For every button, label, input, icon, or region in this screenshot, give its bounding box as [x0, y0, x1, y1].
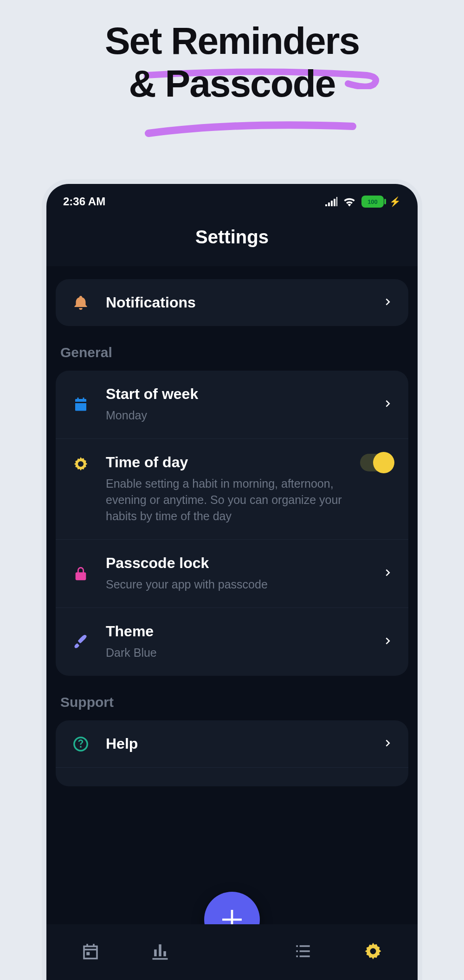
- gear-icon: [71, 456, 91, 472]
- passcode-row[interactable]: Passcode lock Secure your app with passc…: [56, 540, 408, 608]
- theme-value: Dark Blue: [106, 645, 368, 661]
- promo-heading: Set Reminders & Passcode: [0, 0, 464, 105]
- notifications-card: Notifications: [56, 279, 408, 326]
- help-icon: [71, 736, 91, 752]
- start-of-week-row[interactable]: Start of week Monday: [56, 371, 408, 439]
- start-of-week-value: Monday: [106, 407, 368, 424]
- signal-icon: [325, 197, 337, 206]
- svg-rect-1: [86, 952, 90, 955]
- bell-icon: [71, 294, 91, 311]
- theme-row[interactable]: Theme Dark Blue: [56, 608, 408, 676]
- start-of-week-title: Start of week: [106, 385, 368, 403]
- nav-today-icon[interactable]: [81, 941, 100, 963]
- passcode-title: Passcode lock: [106, 555, 368, 572]
- nav-stats-icon[interactable]: [150, 941, 170, 963]
- general-card: Start of week Monday Time of day Enable …: [56, 371, 408, 676]
- toggle-knob: [373, 452, 394, 473]
- charging-icon: ⚡: [389, 196, 401, 207]
- lock-icon: [71, 566, 91, 581]
- help-title: Help: [106, 735, 368, 752]
- chevron-right-icon: [383, 399, 393, 411]
- support-row-partial[interactable]: [56, 768, 408, 786]
- time-of-day-toggle[interactable]: [360, 454, 393, 471]
- passcode-description: Secure your app with passcode: [106, 576, 368, 593]
- support-card: Help: [56, 720, 408, 786]
- calendar-icon: [71, 396, 91, 413]
- underline-swoosh-2: [144, 117, 357, 140]
- wifi-icon: [343, 196, 356, 207]
- time-of-day-row[interactable]: Time of day Enable setting a habit in mo…: [56, 439, 408, 540]
- settings-content: Notifications General Start of week Mond…: [46, 266, 418, 980]
- bottom-nav: [46, 924, 418, 980]
- chevron-right-icon: [383, 738, 393, 750]
- chevron-right-icon: [383, 297, 393, 309]
- nav-list-icon[interactable]: [293, 941, 313, 963]
- status-indicators: 100 ⚡: [325, 196, 401, 208]
- nav-settings-icon[interactable]: [363, 941, 383, 963]
- time-of-day-description: Enable setting a habit in morning, after…: [106, 476, 345, 524]
- help-row[interactable]: Help: [56, 720, 408, 768]
- chevron-right-icon: [383, 568, 393, 580]
- page-title: Settings: [46, 214, 418, 266]
- section-general-label: General: [56, 326, 408, 371]
- chevron-right-icon: [383, 636, 393, 648]
- section-support-label: Support: [56, 676, 408, 720]
- notifications-label: Notifications: [106, 294, 368, 311]
- notifications-row[interactable]: Notifications: [56, 279, 408, 326]
- status-bar: 2:36 AM 100 ⚡: [46, 184, 418, 214]
- theme-title: Theme: [106, 623, 368, 640]
- battery-indicator: 100: [361, 196, 384, 208]
- promo-line2: & Passcode: [0, 62, 464, 105]
- status-time: 2:36 AM: [63, 195, 105, 208]
- promo-line1: Set Reminders: [0, 20, 464, 62]
- brush-icon: [71, 634, 91, 650]
- time-of-day-title: Time of day: [106, 454, 345, 471]
- phone-frame: 2:36 AM 100 ⚡ Settings Notifications: [42, 179, 422, 980]
